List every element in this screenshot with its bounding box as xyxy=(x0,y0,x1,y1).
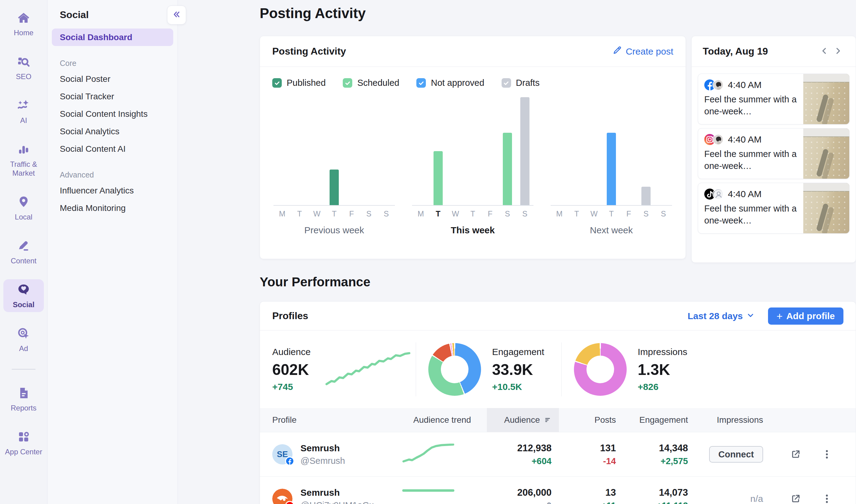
cell-profile[interactable]: SESemrush@Semrush xyxy=(260,443,401,466)
sidebar-item-influencer-analytics[interactable]: Influencer Analytics xyxy=(52,182,173,199)
sidebar-collapse-button[interactable] xyxy=(167,5,186,24)
cell-impressions: n/a xyxy=(695,493,770,504)
create-post-button[interactable]: Create post xyxy=(612,46,673,57)
add-profile-label: Add profile xyxy=(786,311,835,321)
day-label: T xyxy=(464,210,482,218)
column-header-label: Audience trend xyxy=(413,415,471,425)
rail-item-content[interactable]: Content xyxy=(3,235,44,268)
open-external-button[interactable] xyxy=(789,448,802,461)
rail-item-app-center[interactable]: App Center xyxy=(3,427,44,459)
profile-handle: @Semrush xyxy=(301,456,345,466)
sidebar-item-social-analytics[interactable]: Social Analytics xyxy=(52,123,173,140)
post-time: 4:40 AM xyxy=(728,134,762,145)
cell-profile[interactable]: Semrush@UCj7v9UM1aGx… xyxy=(260,487,401,504)
open-external-button[interactable] xyxy=(789,492,802,504)
cell-audience-trend xyxy=(401,488,487,504)
chevron-down-icon xyxy=(747,311,754,321)
scheduled-post-card[interactable]: 4:40 AMFeel the summer with a one-week… xyxy=(698,183,850,234)
chart-plot xyxy=(273,98,395,206)
next-day-button[interactable] xyxy=(831,45,845,58)
rail-item-label: Traffic & Market xyxy=(5,160,42,178)
home-icon xyxy=(16,11,31,26)
sidebar-section-label: Advanced xyxy=(52,170,173,179)
sidebar-item-social-dashboard[interactable]: Social Dashboard xyxy=(52,29,173,46)
traffic-icon xyxy=(16,142,31,158)
rail-item-ad[interactable]: Ad xyxy=(3,323,44,356)
chart-group-previous-week: MTWTFSSPrevious week xyxy=(273,98,395,235)
rail-item-seo[interactable]: SEO xyxy=(3,51,44,84)
kebab-menu-button[interactable] xyxy=(820,448,834,461)
period-select[interactable]: Last 28 days xyxy=(688,311,754,321)
today-panel-header: Today, Aug 19 xyxy=(692,36,856,67)
content-icon xyxy=(16,238,31,254)
chevron-left-icon xyxy=(820,46,829,57)
chart-bar-drafts[interactable] xyxy=(520,97,530,205)
chart-bar-scheduled[interactable] xyxy=(433,151,443,205)
column-header-label: Posts xyxy=(594,415,616,425)
day-label: S xyxy=(499,210,516,218)
column-header-audience[interactable]: Audience xyxy=(487,408,559,432)
kpi-audience-delta: +745 xyxy=(272,382,310,392)
app-center-icon xyxy=(16,430,31,446)
connect-button[interactable]: Connect xyxy=(709,446,763,463)
rail-item-home[interactable]: Home xyxy=(3,7,44,40)
day-label: M xyxy=(273,210,291,218)
rail-item-label: App Center xyxy=(5,447,42,456)
plus-icon: + xyxy=(777,311,783,321)
day-label: S xyxy=(655,210,672,218)
chart-bar-published[interactable] xyxy=(329,169,339,205)
legend-item-scheduled[interactable]: Scheduled xyxy=(343,78,399,88)
sidebar-item-social-poster[interactable]: Social Poster xyxy=(52,70,173,88)
add-profile-button[interactable]: + Add profile xyxy=(768,307,843,325)
cell-posts: 131-14 xyxy=(559,443,623,466)
column-header-engagement[interactable]: Engagement xyxy=(623,408,695,432)
impressions-donut-chart xyxy=(574,343,627,396)
pencil-icon xyxy=(612,46,622,57)
chart-bar-not-approved[interactable] xyxy=(607,133,616,205)
kpi-impressions-label: Impressions xyxy=(638,347,688,357)
performance-section-title: Your Performance xyxy=(260,275,370,289)
column-header-profile[interactable]: Profile xyxy=(260,408,401,432)
legend-item-drafts[interactable]: Drafts xyxy=(502,78,540,88)
rail-item-traffic[interactable]: Traffic & Market xyxy=(3,139,44,181)
sidebar-item-social-content-insights[interactable]: Social Content Insights xyxy=(52,105,173,123)
day-labels: MTWTFSS xyxy=(273,210,395,218)
kpi-audience: Audience 602K +745 xyxy=(260,342,416,396)
thumbnail-detail xyxy=(816,203,829,232)
engagement-donut-chart xyxy=(428,343,481,396)
rail-item-local[interactable]: Local xyxy=(3,192,44,224)
column-header-label: Engagement xyxy=(639,415,688,425)
chevron-right-icon xyxy=(833,46,842,57)
day-label: T xyxy=(326,210,343,218)
column-header-trend[interactable]: Audience trend xyxy=(401,408,487,432)
audience-delta: 0 xyxy=(547,501,552,504)
column-header-impressions[interactable]: Impressions xyxy=(695,408,770,432)
scheduled-post-card[interactable]: 4:40 AMFeel the summer with a one-week… xyxy=(698,74,850,124)
previous-day-button[interactable] xyxy=(818,45,831,58)
legend-item-published[interactable]: Published xyxy=(272,78,326,88)
sidebar-item-social-tracker[interactable]: Social Tracker xyxy=(52,88,173,105)
rail-item-label: Ad xyxy=(19,344,28,353)
today-panel-title: Today, Aug 19 xyxy=(703,46,818,57)
chart-bar-scheduled[interactable] xyxy=(503,133,512,205)
chart-bar-drafts[interactable] xyxy=(641,187,650,205)
kpi-engagement-value: 33.9K xyxy=(492,361,544,379)
reports-icon xyxy=(16,386,31,402)
kpi-impressions: Impressions 1.3K +826 xyxy=(561,342,856,396)
post-content: 4:40 AMFeel the summer with a one-week… xyxy=(698,74,803,124)
legend-item-not-approved[interactable]: Not approved xyxy=(416,78,484,88)
sidebar-item-media-monitoring[interactable]: Media Monitoring xyxy=(52,199,173,217)
post-thumbnail xyxy=(803,74,849,124)
rail-item-social[interactable]: Social xyxy=(3,279,44,312)
scheduled-post-card[interactable]: 4:40 AMFeel the summer with a one-week… xyxy=(698,128,850,179)
kebab-menu-button[interactable] xyxy=(820,492,834,504)
day-label: W xyxy=(447,210,464,218)
rail-item-ai[interactable]: AI xyxy=(3,95,44,128)
legend-label: Published xyxy=(287,78,326,88)
cell-actions xyxy=(770,448,856,461)
day-label: T xyxy=(430,210,447,218)
sidebar-item-social-content-ai[interactable]: Social Content AI xyxy=(52,140,173,158)
column-header-posts[interactable]: Posts xyxy=(559,408,623,432)
rail-item-reports[interactable]: Reports xyxy=(3,383,44,415)
avatar: SE xyxy=(272,444,292,465)
